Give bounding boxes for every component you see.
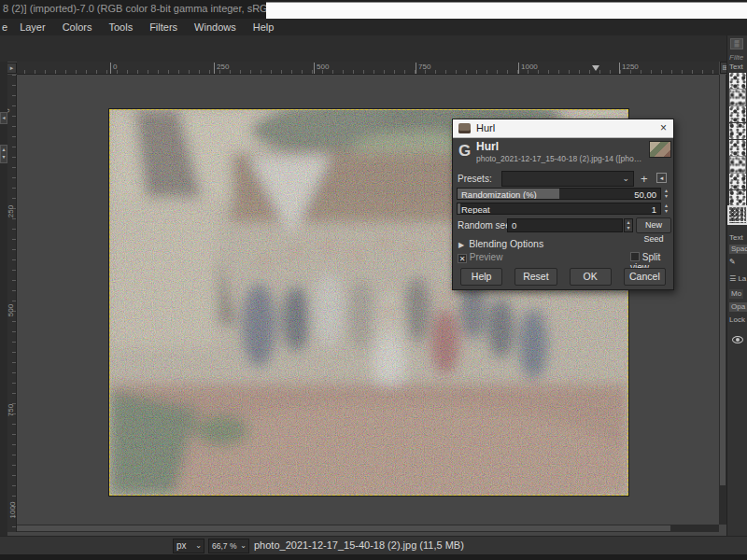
bottom-edge <box>0 554 747 560</box>
left-dock-edge <box>0 62 7 560</box>
layer-visibility-eye-icon[interactable] <box>732 336 743 343</box>
gimp-window: 8 (2)] (imported)-7.0 (RGB color 8-bit g… <box>0 0 747 560</box>
random-seed-spinner[interactable]: ▴▾ <box>624 218 633 232</box>
zoom-dropdown[interactable]: 66,7 % ⌄ <box>208 539 249 553</box>
help-button[interactable]: Help <box>460 268 502 286</box>
overlapping-white-window <box>266 2 747 19</box>
hruler-label: 1000 <box>518 63 538 74</box>
menu-layer[interactable]: Layer <box>11 20 54 35</box>
layer-preview-thumbnail <box>649 141 671 158</box>
add-preset-icon[interactable]: + <box>641 172 648 186</box>
brush-thumbnail[interactable] <box>729 190 746 206</box>
vruler-label: 250 <box>7 205 15 217</box>
statusbar: px ⌄ 66,7 % ⌄ photo_2021-12-17_15-40-18 … <box>0 536 747 554</box>
presets-label: Presets: <box>458 174 492 184</box>
chevron-down-icon: ⌄ <box>240 541 247 550</box>
brush-thumbnail[interactable] <box>729 73 746 89</box>
randomization-label: Randomization (%) <box>461 189 537 200</box>
repeat-label: Repeat <box>461 204 490 215</box>
unit-value: px <box>176 540 187 551</box>
menu-image-partial[interactable]: e <box>0 20 11 35</box>
right-dock: ▒ Filte Text Text Spac ✎ ☰ La Mo Opa Loc… <box>726 35 747 560</box>
preview-checkbox-checked[interactable]: ✕ <box>458 254 467 263</box>
hurl-dialog-titlebar[interactable]: Hurl × <box>453 119 673 138</box>
zoom-value: 66,7 % <box>212 541 236 551</box>
horizontal-scrollbar-thumb[interactable] <box>17 525 670 531</box>
brush-tag-label: Text <box>729 63 743 71</box>
hruler-label: 750 <box>416 63 430 74</box>
hruler-label: 1250 <box>619 63 639 74</box>
preset-menu-icon[interactable]: ◂ <box>656 173 667 183</box>
randomization-spinner[interactable]: ▴▾ <box>662 188 670 200</box>
brush-thumbnail[interactable] <box>730 157 746 174</box>
menubar: e Layer Colors Tools Filters Windows Hel… <box>0 19 747 35</box>
vertical-ruler[interactable]: 0 250 500 750 1000 <box>7 75 17 532</box>
pointer-position-marker-icon <box>592 65 599 71</box>
selected-brush-name: Text <box>729 233 743 242</box>
layer-lock-label: Lock <box>729 315 745 324</box>
brush-thumbnail[interactable] <box>729 140 746 156</box>
horizontal-scrollbar[interactable] <box>17 525 719 532</box>
hruler-label: 500 <box>314 63 329 74</box>
repeat-slider[interactable]: Repeat 1 <box>457 203 661 215</box>
preview-toggle[interactable]: ✕ Preview <box>458 252 502 263</box>
vertical-scrollbar[interactable] <box>719 75 726 525</box>
menu-tools[interactable]: Tools <box>100 20 141 35</box>
blending-options-label: Blending Options <box>469 238 543 249</box>
brush-thumbnail[interactable] <box>729 174 746 189</box>
brush-thumbnail[interactable] <box>729 106 746 122</box>
menu-colors[interactable]: Colors <box>54 20 101 35</box>
menu-windows[interactable]: Windows <box>186 20 245 35</box>
layer-mode-dropdown[interactable]: Mo <box>729 289 743 299</box>
dialog-button-row: Help Reset OK Cancel <box>453 268 673 288</box>
brush-thumbnail[interactable] <box>729 123 746 139</box>
gimp-wilber-icon <box>458 123 471 133</box>
layer-opacity-slider[interactable]: Opa <box>729 302 747 312</box>
randomization-value: 50,00 <box>634 189 656 200</box>
randomization-slider[interactable]: Randomization (%) 50,00 <box>457 188 661 200</box>
vruler-label: 500 <box>7 304 15 316</box>
hruler-label: 250 <box>214 63 229 74</box>
repeat-slider-fill <box>458 203 460 214</box>
horizontal-ruler[interactable]: 0 250 500 750 1000 1250 <box>17 62 719 75</box>
menu-filters[interactable]: Filters <box>141 20 186 35</box>
hurl-dialog: Hurl × G Hurl photo_2021-12-17_15-40-18 … <box>452 119 674 290</box>
split-view-checkbox-unchecked[interactable] <box>630 252 640 261</box>
gegl-logo-icon: G <box>458 142 471 161</box>
unit-dropdown[interactable]: px ⌄ <box>173 539 204 553</box>
status-filename: photo_2021-12-17_15-40-18 (2).jpg (11,5 … <box>254 539 464 551</box>
random-seed-input[interactable]: 0 <box>507 218 623 232</box>
hurl-target-layer-label: photo_2021-12-17_15-40-18 (2).jpg-14 ([p… <box>476 154 642 163</box>
brushes-tab-icon[interactable]: ▒ <box>730 38 743 49</box>
repeat-spinner[interactable]: ▴▾ <box>662 203 670 215</box>
brush-spacing-slider[interactable]: Spac <box>729 245 747 254</box>
image-tab-row <box>0 35 747 62</box>
edit-brush-icon[interactable]: ✎ <box>729 258 736 266</box>
repeat-value: 1 <box>652 204 656 215</box>
left-dock-fragment-icon[interactable]: ◂ <box>0 112 7 124</box>
menu-help[interactable]: Help <box>245 20 283 35</box>
brush-thumbnail-selected[interactable] <box>729 207 746 223</box>
brush-filter-input[interactable]: Filte <box>729 53 743 62</box>
close-icon[interactable]: × <box>660 121 667 134</box>
chevron-down-icon: ⌄ <box>195 541 202 550</box>
ruler-corner-menu-icon[interactable]: ▸ <box>7 63 17 74</box>
hruler-label: 0 <box>110 63 117 74</box>
layers-tab[interactable]: ☰ La <box>729 274 746 283</box>
ok-button[interactable]: OK <box>570 268 612 286</box>
vertical-scrollbar-thumb[interactable] <box>720 75 726 485</box>
cancel-button[interactable]: Cancel <box>624 268 666 286</box>
hurl-heading: Hurl <box>476 140 499 153</box>
new-seed-button[interactable]: New Seed <box>636 217 671 233</box>
blending-options-expander[interactable]: ▶Blending Options <box>458 238 543 249</box>
presets-dropdown[interactable]: ⌄ <box>501 171 634 187</box>
brush-thumbnail[interactable] <box>730 90 746 106</box>
expander-arrow-icon: ▶ <box>458 241 464 249</box>
chevron-down-icon: ⌄ <box>622 174 629 183</box>
vruler-label: 750 <box>7 404 15 416</box>
hurl-dialog-title: Hurl <box>476 122 495 133</box>
left-dock-spinner-fragment[interactable]: ▴▾ <box>0 145 7 163</box>
reset-button[interactable]: Reset <box>514 268 557 286</box>
preview-label: Preview <box>470 252 503 262</box>
